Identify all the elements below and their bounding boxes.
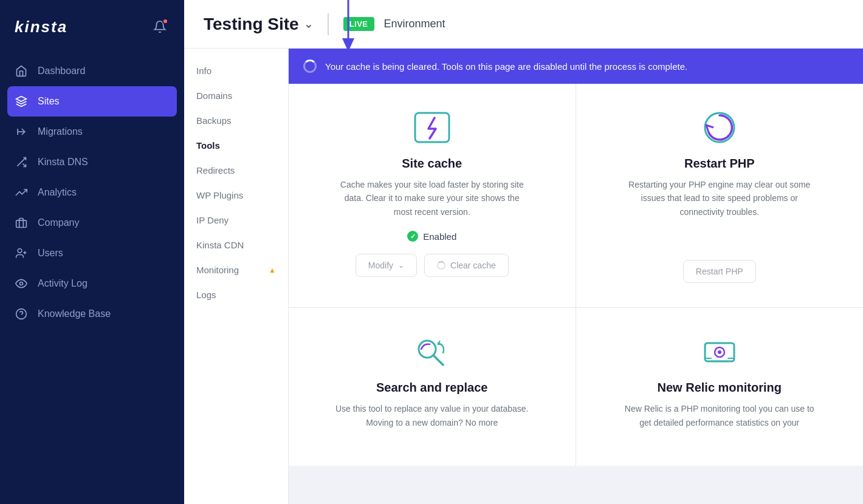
sub-nav-info[interactable]: Info: [184, 58, 288, 83]
sub-nav-kinsta-cdn[interactable]: Kinsta CDN: [184, 233, 288, 257]
notification-badge: [162, 18, 168, 24]
new-relic-icon: [700, 332, 739, 371]
sidebar-item-label: Migrations: [38, 126, 83, 137]
clear-cache-spinner: [437, 261, 445, 270]
environment-label: Environment: [384, 18, 445, 30]
dns-icon: [15, 155, 28, 169]
company-icon: [15, 216, 28, 230]
enabled-status-dot: [407, 231, 418, 242]
sub-nav-wp-plugins[interactable]: WP Plugins: [184, 183, 288, 208]
site-dropdown-icon[interactable]: ⌄: [304, 18, 313, 31]
sidebar-item-company[interactable]: Company: [0, 208, 184, 238]
help-circle-icon: [15, 307, 28, 321]
sidebar-nav: Dashboard Sites Migrations Kinsta DNS: [0, 51, 184, 504]
site-title[interactable]: Testing Site ⌄: [204, 15, 313, 34]
sidebar-item-dashboard[interactable]: Dashboard: [0, 56, 184, 86]
arrow-annotation: [339, 0, 357, 52]
sidebar-item-migrations[interactable]: Migrations: [0, 117, 184, 147]
sub-nav-backups[interactable]: Backups: [184, 108, 288, 133]
main-content: Testing Site ⌄ LIVE Environment Info Dom…: [184, 0, 863, 504]
site-cache-desc: Cache makes your site load faster by sto…: [335, 178, 529, 219]
svg-point-14: [705, 113, 734, 142]
header-divider: [328, 13, 329, 35]
svg-point-18: [718, 350, 721, 354]
svg-marker-0: [16, 97, 27, 101]
sidebar-item-activity-log[interactable]: Activity Log: [0, 268, 184, 299]
analytics-icon: [15, 186, 28, 199]
sidebar-item-sites[interactable]: Sites: [7, 86, 177, 117]
cache-alert-banner: Your cache is being cleared. Tools on th…: [289, 49, 863, 84]
new-relic-card: New Relic monitoring New Relic is a PHP …: [576, 308, 864, 466]
site-cache-icon: [413, 108, 452, 147]
content-area: Info Domains Backups Tools Redirects WP …: [184, 49, 863, 504]
sidebar-item-knowledge-base[interactable]: Knowledge Base: [0, 299, 184, 329]
layers-icon: [15, 95, 28, 108]
sidebar-item-label: Users: [38, 248, 63, 259]
search-replace-desc: Use this tool to replace any value in yo…: [335, 402, 529, 429]
restart-php-actions: Restart PHP: [683, 260, 756, 283]
sidebar-item-label: Activity Log: [38, 278, 88, 289]
sub-nav-ip-deny[interactable]: IP Deny: [184, 208, 288, 233]
loading-spinner: [303, 60, 317, 73]
eye-icon: [15, 277, 28, 290]
site-cache-card: Site cache Cache makes your site load fa…: [289, 84, 576, 308]
restart-php-title: Restart PHP: [684, 157, 755, 171]
svg-point-8: [20, 282, 23, 285]
sidebar-item-analytics[interactable]: Analytics: [0, 177, 184, 208]
sidebar-item-label: Knowledge Base: [38, 308, 111, 319]
modify-button[interactable]: Modify ⌄: [356, 254, 417, 277]
notification-button[interactable]: [150, 17, 170, 36]
search-replace-icon: [413, 332, 452, 371]
tools-grid: Site cache Cache makes your site load fa…: [289, 84, 863, 466]
monitoring-badge: ▲: [269, 266, 276, 274]
clear-cache-button[interactable]: Clear cache: [424, 254, 509, 277]
alert-message: Your cache is being cleared. Tools on th…: [325, 61, 687, 72]
sidebar: KiNSTA Dashboard Sites: [0, 0, 184, 504]
svg-point-5: [18, 249, 22, 253]
svg-marker-12: [342, 38, 354, 52]
sidebar-item-label: Company: [38, 217, 79, 228]
site-name-text: Testing Site: [204, 15, 299, 34]
user-plus-icon: [15, 247, 28, 260]
sub-nav-domains[interactable]: Domains: [184, 83, 288, 108]
search-replace-title: Search and replace: [376, 381, 487, 395]
sidebar-item-label: Dashboard: [38, 66, 85, 77]
sub-nav-logs[interactable]: Logs: [184, 282, 288, 307]
sidebar-item-kinsta-dns[interactable]: Kinsta DNS: [0, 147, 184, 177]
restart-php-desc: Restarting your PHP engine may clear out…: [622, 178, 817, 219]
site-cache-title: Site cache: [402, 157, 462, 171]
sub-nav-tools[interactable]: Tools: [184, 133, 288, 158]
new-relic-title: New Relic monitoring: [658, 381, 782, 395]
svg-rect-4: [16, 220, 27, 228]
sidebar-header: KiNSTA: [0, 0, 184, 51]
sidebar-item-label: Sites: [38, 96, 60, 107]
site-cache-actions: Modify ⌄ Clear cache: [356, 254, 509, 277]
sub-nav-redirects[interactable]: Redirects: [184, 158, 288, 183]
restart-php-card: Restart PHP Restarting your PHP engine m…: [576, 84, 864, 308]
home-icon: [15, 64, 28, 78]
migrations-icon: [15, 125, 28, 138]
modify-chevron-icon: ⌄: [398, 261, 404, 270]
sidebar-item-label: Kinsta DNS: [38, 157, 88, 168]
restart-php-button[interactable]: Restart PHP: [683, 260, 756, 283]
tools-page: Your cache is being cleared. Tools on th…: [289, 49, 863, 504]
sidebar-item-label: Analytics: [38, 187, 77, 198]
sub-nav-monitoring[interactable]: Monitoring ▲: [184, 257, 288, 282]
site-cache-status: Enabled: [407, 231, 456, 242]
page-header: Testing Site ⌄ LIVE Environment: [184, 0, 863, 49]
logo: KiNSTA: [15, 18, 67, 36]
sidebar-item-users[interactable]: Users: [0, 238, 184, 268]
restart-php-icon: [700, 108, 739, 147]
search-replace-card: Search and replace Use this tool to repl…: [289, 308, 576, 466]
new-relic-desc: New Relic is a PHP monitoring tool you c…: [622, 402, 817, 429]
svg-rect-13: [415, 113, 449, 142]
sub-sidebar: Info Domains Backups Tools Redirects WP …: [184, 49, 289, 504]
